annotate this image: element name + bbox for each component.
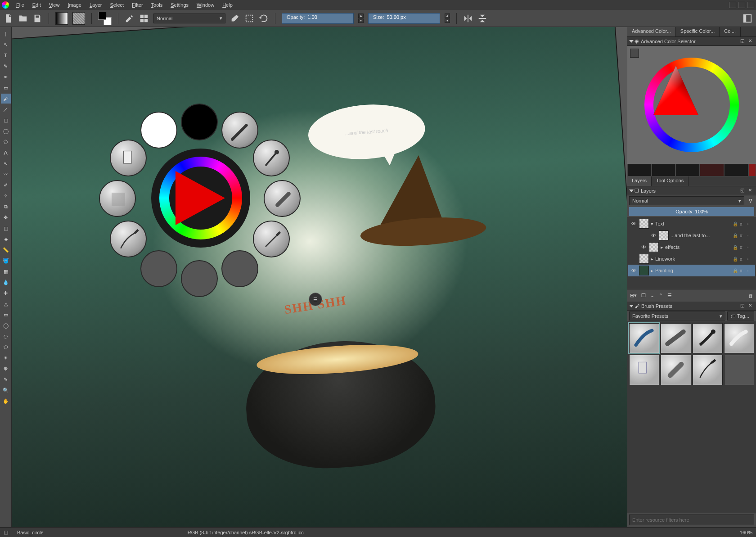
popup-brush-slot-5[interactable] <box>221 250 258 287</box>
brush-preset[interactable] <box>629 355 659 385</box>
brush-settings-icon[interactable] <box>125 14 135 23</box>
layer-filter-icon[interactable]: ∇ <box>746 197 754 205</box>
float-docker-icon[interactable]: ◱ <box>739 188 745 194</box>
crop-tool[interactable]: ⧉ <box>1 202 11 212</box>
brush-preset[interactable] <box>724 355 754 385</box>
lock-icon[interactable]: 🔒 <box>733 221 739 226</box>
menu-filter[interactable]: Filter <box>128 1 146 9</box>
popup-brush-slot-3[interactable] <box>264 180 301 217</box>
move-layer-up-icon[interactable]: ⌃ <box>659 293 663 298</box>
collapse-toggle-icon[interactable] <box>629 40 634 43</box>
contiguous-select-tool[interactable]: ✴ <box>1 353 11 363</box>
collapse-toggle-icon[interactable] <box>629 190 634 192</box>
group-expand-icon[interactable]: ▸ <box>661 244 663 250</box>
opacity-spinner[interactable]: ▴▾ <box>358 14 364 23</box>
menu-help[interactable]: Help <box>219 1 236 9</box>
delete-layer-icon[interactable]: 🗑 <box>748 293 753 298</box>
assistant-tool[interactable]: △ <box>1 299 11 309</box>
visibility-icon[interactable]: 👁 <box>630 267 637 274</box>
menu-layer[interactable]: Layer <box>86 1 106 9</box>
rectangle-tool[interactable]: ▢ <box>1 115 11 125</box>
layer-row[interactable]: 👁 ...and the last to... 🔒α▫ <box>628 230 755 241</box>
gradient-preset-icon[interactable] <box>55 12 68 25</box>
visibility-icon[interactable] <box>630 255 637 262</box>
layer-row[interactable]: 👁 ▸ effects 🔒α▫ <box>628 241 755 253</box>
brush-tag-button[interactable]: 🏷 Tag... <box>727 311 754 320</box>
pattern-preset-icon[interactable] <box>72 12 85 25</box>
add-layer-icon[interactable]: ⊞▾ <box>630 293 637 298</box>
bezier-select-tool[interactable]: ✎ <box>1 375 11 384</box>
pin-handle-icon[interactable]: ⟊ <box>1 29 11 39</box>
layer-name[interactable]: effects <box>665 244 731 250</box>
color-selector[interactable] <box>627 46 756 164</box>
window-minimize-icon[interactable] <box>729 2 736 8</box>
color-picker-tool[interactable]: 💧 <box>1 277 11 287</box>
menu-image[interactable]: Image <box>64 1 85 9</box>
group-expand-icon[interactable]: ▸ <box>651 268 653 274</box>
color-swatches[interactable] <box>98 12 112 25</box>
layer-opacity-slider[interactable]: Opacity: 100% <box>629 207 754 216</box>
move-tool[interactable]: ↖ <box>1 40 11 50</box>
layer-row[interactable]: 👁 ▾ Text 🔒α▫ <box>628 218 755 230</box>
selection-mask-icon[interactable]: ◫ <box>4 529 8 535</box>
tab-tool-options[interactable]: Tool Options <box>652 176 688 186</box>
color-selector-options-icon[interactable] <box>630 49 639 58</box>
perspective-tool[interactable]: ◈ <box>1 234 11 244</box>
close-docker-icon[interactable]: ✕ <box>747 303 753 309</box>
popup-tags-icon[interactable]: ☰ <box>309 293 322 306</box>
status-zoom[interactable]: 160% <box>740 530 752 535</box>
layer-name[interactable]: Painting <box>655 268 731 273</box>
free-transform-tool[interactable]: ◫ <box>1 223 11 233</box>
polygonal-select-tool[interactable]: ⬠ <box>1 342 11 352</box>
duplicate-layer-icon[interactable]: ❐ <box>641 293 646 298</box>
popup-brush-slot-9[interactable] <box>99 180 136 217</box>
mirror-vertical-icon[interactable] <box>477 14 487 23</box>
visibility-icon[interactable]: 👁 <box>630 220 637 227</box>
new-file-icon[interactable] <box>4 14 14 23</box>
popup-brush-slot-10[interactable] <box>110 140 147 176</box>
popup-palette[interactable]: ☰ <box>102 104 300 302</box>
menu-tools[interactable]: Tools <box>148 1 166 9</box>
float-docker-icon[interactable]: ◱ <box>739 38 745 45</box>
brush-presets-grid-icon[interactable] <box>139 14 149 23</box>
window-maximize-icon[interactable] <box>738 2 745 8</box>
workspace-chooser-icon[interactable] <box>742 14 752 23</box>
popup-brush-slot-6[interactable] <box>181 260 218 297</box>
edit-shapes-tool[interactable]: ✎ <box>1 61 11 71</box>
brush-preset[interactable] <box>724 323 754 353</box>
tab-advanced-color[interactable]: Advanced Color... <box>627 27 676 36</box>
popup-brush-slot-8[interactable] <box>110 221 147 257</box>
menu-select[interactable]: Select <box>107 1 128 9</box>
dynamic-brush-tool[interactable]: ✐ <box>1 180 11 190</box>
brush-preset[interactable] <box>661 323 691 353</box>
line-tool[interactable]: ／ <box>1 104 11 114</box>
zoom-tool[interactable]: 🔍 <box>1 385 11 395</box>
pan-tool[interactable]: ✋ <box>1 396 11 406</box>
gradient-tool[interactable]: ▦ <box>1 266 11 276</box>
popup-brush-slot-1[interactable] <box>221 112 258 149</box>
float-docker-icon[interactable]: ◱ <box>739 303 745 309</box>
text-tool[interactable]: T <box>1 50 11 60</box>
open-file-icon[interactable] <box>18 14 28 23</box>
alpha-inherit-icon[interactable]: α <box>740 221 746 226</box>
freehand-select-tool[interactable]: ◌ <box>1 331 11 341</box>
popup-brush-slot-4[interactable] <box>253 221 290 257</box>
color-history[interactable] <box>627 164 756 176</box>
similar-select-tool[interactable]: ❋ <box>1 364 11 374</box>
smart-patch-tool[interactable]: ✚ <box>1 288 11 298</box>
measure-tool[interactable]: 📏 <box>1 245 11 255</box>
opacity-slider[interactable]: Opacity: 1.00 <box>282 13 354 24</box>
fill-tool[interactable]: 🪣 <box>1 256 11 266</box>
visibility-icon[interactable]: 👁 <box>650 232 657 239</box>
save-file-icon[interactable] <box>32 14 42 23</box>
ellipse-select-tool[interactable]: ◯ <box>1 320 11 330</box>
layer-name[interactable]: Text <box>655 221 731 226</box>
group-expand-icon[interactable]: ▸ <box>651 256 653 262</box>
ellipse-tool[interactable]: ◯ <box>1 126 11 136</box>
close-docker-icon[interactable]: ✕ <box>747 38 753 45</box>
layer-row[interactable]: ▸ Linework 🔒α▫ <box>628 253 755 265</box>
menu-file[interactable]: File <box>13 1 28 9</box>
layer-name[interactable]: Linework <box>655 256 731 262</box>
polyline-tool[interactable]: ⋀ <box>1 148 11 158</box>
brush-preset[interactable] <box>693 355 723 385</box>
